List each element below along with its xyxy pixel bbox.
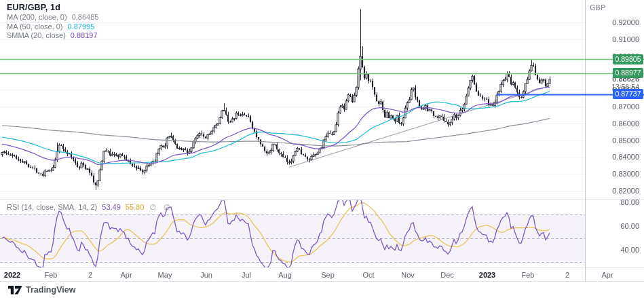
ma200-label: MA (200, close, 0): [7, 13, 67, 21]
time-axis-label: Feb: [45, 271, 58, 279]
time-axis-label: 2: [565, 271, 569, 279]
chart-legend: EUR/GBP, 1d MA (200, close, 0)0.86485 MA…: [7, 2, 98, 41]
time-axis-label: Dec: [440, 271, 454, 279]
smma20-value: 0.88197: [71, 31, 98, 39]
price-axis-label: 0.86000: [612, 119, 639, 128]
symbol-title[interactable]: EUR/GBP, 1d: [7, 2, 98, 13]
price-axis-label: 0.92000: [612, 18, 639, 26]
time-axis-label: Jul: [242, 271, 251, 279]
time-axis-label: Apr: [601, 271, 613, 279]
tradingview-mark-icon: [8, 286, 22, 295]
legend-row-ma200[interactable]: MA (200, close, 0)0.86485: [7, 13, 98, 22]
time-axis-label: Apr: [120, 271, 132, 279]
price-axis-label: 0.83000: [612, 170, 639, 178]
time-axis-label: Aug: [278, 271, 292, 279]
ma50-value: 0.87995: [68, 22, 95, 31]
tradingview-wordmark: TradingView: [26, 285, 75, 295]
rsi-label: RSI (14, close, SMA, 14, 2): [7, 203, 97, 211]
time-axis-label: Sep: [321, 271, 335, 279]
time-axis-label: Nov: [401, 271, 415, 279]
rsi-legend-row[interactable]: RSI (14, close, SMA, 14, 2)53.4955.80∅ ∅: [7, 203, 173, 212]
smma20-label: SMMA (20, close): [7, 31, 66, 39]
rsi-axis-label: 80.00: [620, 198, 639, 206]
price-axis-label: 0.91000: [612, 35, 639, 43]
price-scale-currency: GBP: [590, 3, 605, 12]
price-axis-label: 0.82000: [612, 187, 639, 195]
time-axis-label: Jun: [200, 271, 212, 279]
alert-level-badge-1[interactable]: 0.89805: [613, 54, 643, 64]
rsi-value: 53.49: [102, 203, 121, 211]
time-axis-label: May: [158, 271, 172, 279]
legend-row-ma50[interactable]: MA (50, close, 0)0.87995: [7, 22, 98, 32]
tradingview-chart-window: EUR/GBP, 1d MA (200, close, 0)0.86485 MA…: [0, 0, 644, 298]
price-axis-label: 0.84000: [612, 153, 639, 161]
time-axis-label: Oct: [362, 271, 374, 279]
time-axis-label: 2022: [4, 271, 20, 279]
tradingview-logo[interactable]: TradingView: [8, 285, 75, 295]
time-axis-label: 2: [88, 271, 92, 279]
support-level-badge[interactable]: 0.87737: [613, 89, 643, 99]
rsi-axis-label: 60.00: [620, 222, 639, 230]
time-axis-label: Feb: [522, 271, 535, 279]
time-axis-label: 2023: [479, 271, 495, 279]
rsi-sma-value: 55.80: [126, 203, 145, 211]
rsi-band-placeholders: ∅ ∅: [149, 203, 172, 211]
price-axis-label: 0.87000: [612, 103, 639, 111]
rsi-axis-label: 40.00: [620, 246, 639, 254]
chart-canvas[interactable]: [0, 0, 644, 298]
ma50-label: MA (50, close, 0): [7, 22, 63, 31]
alert-level-badge-2[interactable]: 0.88977: [613, 68, 643, 78]
legend-row-smma20[interactable]: SMMA (20, close)0.88197: [7, 31, 98, 41]
ma200-value: 0.86485: [72, 13, 99, 21]
price-axis-label: 0.85000: [612, 136, 639, 145]
